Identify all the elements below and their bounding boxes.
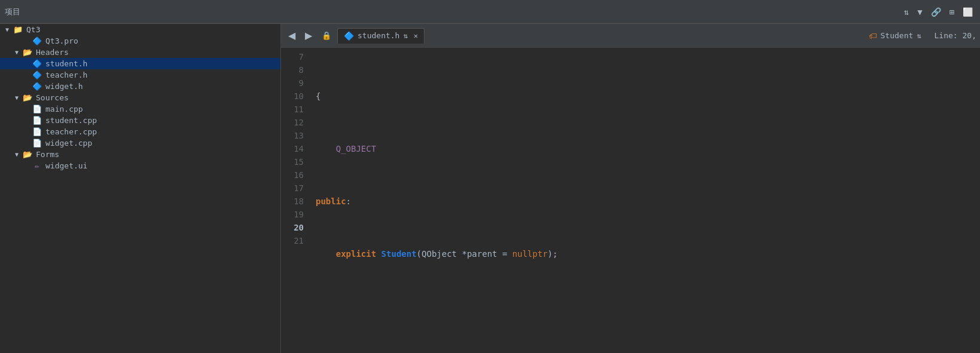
tree-item-forms[interactable]: ▼ 📂 Forms <box>0 149 280 160</box>
expand-arrow-sources: ▼ <box>12 94 22 101</box>
code-line-8: Q_OBJECT <box>311 142 980 155</box>
teacher-h-label: teacher.h <box>45 70 87 79</box>
ln-20: 20 <box>286 221 304 234</box>
widget-h-label: widget.h <box>45 82 83 91</box>
qt3pro-label: Qt3.pro <box>45 36 78 45</box>
tab-close-button[interactable]: ✕ <box>414 32 418 40</box>
active-tab-student-h[interactable]: 🔷 student.h ⇅ ✕ <box>337 28 425 44</box>
sources-label: Sources <box>36 93 69 102</box>
widget-cpp-label: widget.cpp <box>45 139 92 148</box>
tree-item-main-cpp[interactable]: 📄 main.cpp <box>0 103 280 115</box>
headers-folder-icon: 📂 <box>22 48 33 57</box>
ln-10: 10 <box>286 90 304 103</box>
toolbar: 项目 ⇅ ▼ 🔗 ⊞ ⬜ <box>0 0 980 24</box>
collapse-icon[interactable]: ⬜ <box>960 5 975 19</box>
teacher-cpp-icon: 📄 <box>31 127 43 136</box>
nav-forward-button[interactable]: ▶ <box>301 29 316 42</box>
tree-item-teacher-h[interactable]: 🔷 teacher.h <box>0 69 280 81</box>
student-h-label: student.h <box>45 59 87 68</box>
link-icon[interactable]: 🔗 <box>929 5 944 19</box>
ln-7: 7 <box>286 50 304 63</box>
tree-item-widget-h[interactable]: 🔷 widget.h <box>0 81 280 92</box>
tree-item-qt3[interactable]: ▼ 📁 Qt3 <box>0 24 280 35</box>
tab-file-icon: 🔷 <box>344 31 354 41</box>
ln-18: 18 <box>286 195 304 208</box>
headers-label: Headers <box>36 48 69 57</box>
expand-arrow-forms: ▼ <box>12 151 22 158</box>
tree-item-sources[interactable]: ▼ 📂 Sources <box>0 92 280 103</box>
line-numbers: 7 8 9 10 11 12 13 14 15 16 17 18 19 20 2… <box>281 48 311 353</box>
line-indicator: Line: 20, <box>935 31 976 40</box>
expand-arrow-qt3: ▼ <box>2 26 12 33</box>
ln-15: 15 <box>286 155 304 168</box>
ln-13: 13 <box>286 129 304 142</box>
tree-item-teacher-cpp[interactable]: 📄 teacher.cpp <box>0 126 280 137</box>
tree-item-qt3pro[interactable]: 🔷 Qt3.pro <box>0 35 280 47</box>
ln-11: 11 <box>286 103 304 116</box>
toolbar-title: 项目 <box>5 7 20 17</box>
pro-file-icon: 🔷 <box>31 36 43 45</box>
code-editor[interactable]: 7 8 9 10 11 12 13 14 15 16 17 18 19 20 2… <box>281 48 980 353</box>
breadcrumb-area: 🏷 Student ⇅ Line: 20, <box>869 31 976 41</box>
ln-14: 14 <box>286 142 304 155</box>
main-cpp-label: main.cpp <box>45 105 83 113</box>
add-group-icon[interactable]: ⊞ <box>947 5 957 19</box>
main-cpp-icon: 📄 <box>31 105 43 113</box>
sidebar: ▼ 📁 Qt3 🔷 Qt3.pro ▼ 📂 Headers 🔷 student.… <box>0 24 281 353</box>
code-line-10: explicit Student(QObject *parent = nullp… <box>311 247 980 260</box>
main-content: ▼ 📁 Qt3 🔷 Qt3.pro ▼ 📂 Headers 🔷 student.… <box>0 24 980 353</box>
widget-ui-icon: ✏️ <box>31 161 43 170</box>
breadcrumb-sort-arrows[interactable]: ⇅ <box>917 32 921 40</box>
code-line-7: { <box>311 90 980 103</box>
ln-12: 12 <box>286 116 304 129</box>
forms-folder-icon: 📂 <box>22 150 33 159</box>
breadcrumb-class: Student <box>881 31 914 40</box>
tree-item-student-cpp[interactable]: 📄 student.cpp <box>0 115 280 126</box>
student-h-icon: 🔷 <box>31 59 43 68</box>
expand-arrow-headers: ▼ <box>12 49 22 56</box>
code-line-9: public: <box>311 195 980 208</box>
ln-9: 9 <box>286 76 304 90</box>
nav-back-button[interactable]: ◀ <box>285 29 299 42</box>
student-cpp-icon: 📄 <box>31 116 43 125</box>
code-content[interactable]: { Q_OBJECT public: explicit Student(QObj… <box>311 48 980 353</box>
widget-ui-label: widget.ui <box>45 161 87 170</box>
ln-17: 17 <box>286 182 304 195</box>
tab-sort-arrows[interactable]: ⇅ <box>403 32 407 40</box>
filter-icon[interactable]: ▼ <box>915 5 924 19</box>
breadcrumb-class-icon: 🏷 <box>869 31 877 41</box>
editor-tabs: ◀ ▶ 🔒 🔷 student.h ⇅ ✕ 🏷 Student ⇅ Line: … <box>281 24 980 48</box>
tree-item-widget-ui[interactable]: ✏️ widget.ui <box>0 160 280 171</box>
sources-folder-icon: 📂 <box>22 93 33 102</box>
tree-item-widget-cpp[interactable]: 📄 widget.cpp <box>0 137 280 149</box>
sort-icon[interactable]: ⇅ <box>902 5 911 19</box>
qt3-folder-icon: 📁 <box>12 25 24 34</box>
tree-item-student-h[interactable]: 🔷 student.h <box>0 58 280 69</box>
teacher-cpp-label: teacher.cpp <box>45 127 97 136</box>
widget-cpp-icon: 📄 <box>31 139 43 148</box>
widget-h-icon: 🔷 <box>31 82 43 91</box>
ln-16: 16 <box>286 168 304 182</box>
teacher-h-icon: 🔷 <box>31 70 43 79</box>
ln-19: 19 <box>286 208 304 221</box>
code-line-11 <box>311 300 980 313</box>
tab-label: student.h <box>358 31 399 40</box>
forms-label: Forms <box>36 150 59 159</box>
qt3-label: Qt3 <box>26 25 40 34</box>
nav-lock-button[interactable]: 🔒 <box>318 30 335 41</box>
editor-area: ◀ ▶ 🔒 🔷 student.h ⇅ ✕ 🏷 Student ⇅ Line: … <box>281 24 980 353</box>
student-cpp-label: student.cpp <box>45 116 97 125</box>
tree-item-headers[interactable]: ▼ 📂 Headers <box>0 47 280 58</box>
ln-8: 8 <box>286 63 304 76</box>
ln-21: 21 <box>286 234 304 247</box>
